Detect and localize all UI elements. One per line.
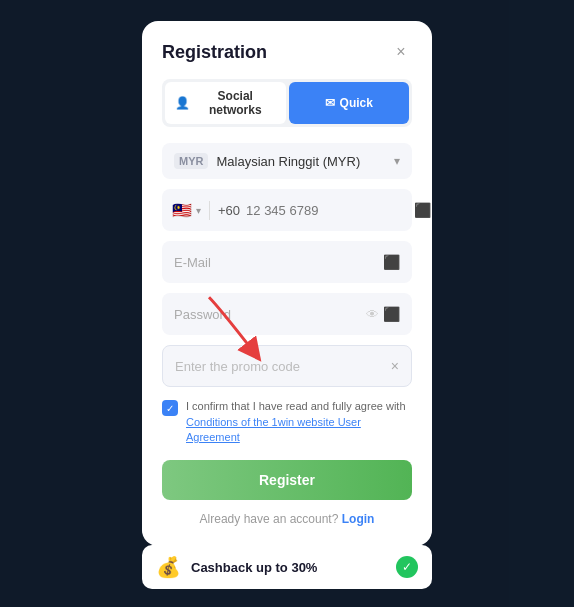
currency-name: Malaysian Ringgit (MYR) — [216, 154, 360, 169]
phone-prefix: +60 — [218, 203, 240, 218]
cashback-icon: 💰 — [156, 555, 181, 579]
modal-header: Registration × — [162, 41, 412, 63]
agreement-row: ✓ I confirm that I have read and fully a… — [162, 399, 412, 445]
phone-row: 🇲🇾 ▾ +60 ⬛ — [162, 189, 412, 231]
phone-field-icon: ⬛ — [414, 202, 431, 218]
currency-code: MYR — [174, 153, 208, 169]
password-input[interactable] — [174, 307, 366, 322]
banner-cashback: 💰 Cashback up to 30% ✓ — [142, 545, 432, 589]
cashback-text: Cashback up to 30% — [191, 560, 317, 575]
email-row: ⬛ — [162, 241, 412, 283]
eye-icon: 👁 — [366, 307, 379, 322]
quick-icon: ✉ — [325, 96, 335, 110]
chevron-down-icon: ▾ — [394, 154, 400, 168]
checkbox-check-icon: ✓ — [166, 403, 174, 414]
currency-selector[interactable]: MYR Malaysian Ringgit (MYR) ▾ — [162, 143, 412, 179]
phone-input[interactable] — [246, 203, 414, 218]
password-row: 👁 ⬛ — [162, 293, 412, 335]
social-icon: 👤 — [175, 96, 190, 110]
promo-row: × — [162, 345, 412, 387]
promo-clear-button[interactable]: × — [391, 358, 399, 374]
tabs-container: 👤 Social networks ✉ Quick — [162, 79, 412, 127]
country-flag-selector[interactable]: 🇲🇾 ▾ — [172, 201, 210, 220]
cashback-check-icon: ✓ — [396, 556, 418, 578]
login-row: Already have an account? Login — [162, 512, 412, 526]
agree-checkbox[interactable]: ✓ — [162, 400, 178, 416]
flag-chevron-icon: ▾ — [196, 205, 201, 216]
modal-title: Registration — [162, 42, 267, 63]
register-button[interactable]: Register — [162, 460, 412, 500]
terms-link[interactable]: Conditions of the 1win website User Agre… — [186, 416, 361, 443]
login-link[interactable]: Login — [342, 512, 375, 526]
flag-icon: 🇲🇾 — [172, 201, 192, 220]
email-input[interactable] — [174, 255, 383, 270]
password-field-icon: ⬛ — [383, 306, 400, 322]
email-field-icon: ⬛ — [383, 254, 400, 270]
tab-social-networks[interactable]: 👤 Social networks — [165, 82, 286, 124]
tab-quick[interactable]: ✉ Quick — [289, 82, 410, 124]
close-button[interactable]: × — [390, 41, 412, 63]
promo-input[interactable] — [175, 359, 391, 374]
registration-modal: Registration × 👤 Social networks ✉ Quick… — [142, 21, 432, 545]
agree-text: I confirm that I have read and fully agr… — [186, 399, 412, 445]
